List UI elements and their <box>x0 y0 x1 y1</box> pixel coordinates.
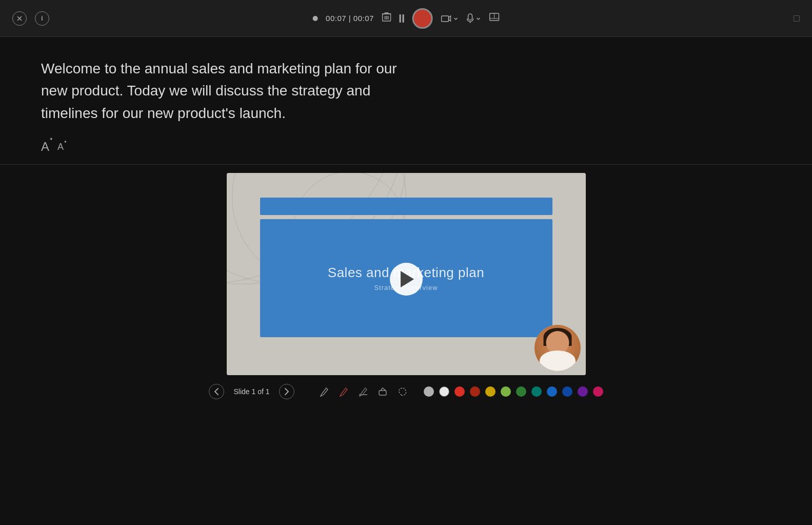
play-button[interactable] <box>390 263 423 296</box>
font-controls: A ✦ A ✦ <box>0 134 812 164</box>
record-button[interactable] <box>412 8 433 29</box>
close-button[interactable] <box>12 11 27 26</box>
lasso-tool-button[interactable] <box>395 384 409 399</box>
pen-tool-button[interactable] <box>317 384 331 399</box>
transcript-area: Welcome to the annual sales and marketin… <box>0 37 462 134</box>
slide-preview[interactable]: Sales and marketing plan Strategic overv… <box>227 173 586 375</box>
maximize-button[interactable] <box>794 15 800 22</box>
slide-label: Slide 1 of 1 <box>233 387 269 396</box>
top-bar: i 00:07 | 00:07 <box>0 0 812 37</box>
slide-pointer-arrow <box>396 322 417 336</box>
recording-indicator <box>312 16 318 21</box>
svg-rect-14 <box>379 391 386 395</box>
top-bar-center: 00:07 | 00:07 <box>312 8 500 29</box>
color-swatch-pink[interactable] <box>593 386 603 397</box>
color-swatch-teal[interactable] <box>531 386 542 397</box>
prev-slide-button[interactable] <box>209 384 224 399</box>
color-swatch-blue[interactable] <box>547 386 557 397</box>
decrease-font-button[interactable]: A ✦ <box>57 142 64 152</box>
color-swatch-green-light[interactable] <box>501 386 511 397</box>
color-swatch-purple[interactable] <box>578 386 588 397</box>
svg-rect-7 <box>442 16 449 22</box>
microphone-button[interactable] <box>467 13 481 24</box>
delete-button[interactable] <box>382 12 391 25</box>
slide-header-bar <box>260 198 552 215</box>
color-swatch-red-dark[interactable] <box>470 386 480 397</box>
color-swatch-gray-light[interactable] <box>424 386 434 397</box>
color-swatch-white[interactable] <box>439 386 449 397</box>
main-content: Welcome to the annual sales and marketin… <box>0 37 812 525</box>
svg-rect-8 <box>468 14 472 20</box>
camera-button[interactable] <box>441 14 459 23</box>
color-swatch-yellow[interactable] <box>485 386 496 397</box>
transcript-text: Welcome to the annual sales and marketin… <box>41 57 421 124</box>
presenter-avatar <box>534 325 581 371</box>
increase-font-button[interactable]: A ✦ <box>41 140 49 154</box>
top-bar-left: i <box>12 11 49 26</box>
layout-button[interactable] <box>489 13 500 24</box>
next-slide-button[interactable] <box>279 384 294 399</box>
color-swatch-green[interactable] <box>516 386 526 397</box>
pause-button[interactable] <box>400 14 404 23</box>
info-button[interactable]: i <box>35 11 49 26</box>
bottom-toolbar: Slide 1 of 1 <box>209 375 603 408</box>
pen-red-tool-button[interactable] <box>336 384 351 399</box>
eraser-tool-button[interactable] <box>375 384 390 399</box>
color-swatch-red[interactable] <box>454 386 465 397</box>
slide-container: Sales and marketing plan Strategic overv… <box>0 165 812 525</box>
play-icon <box>401 271 414 287</box>
top-bar-right <box>794 15 800 22</box>
timer-display: 00:07 | 00:07 <box>326 14 374 23</box>
color-swatch-blue-dark[interactable] <box>562 386 572 397</box>
pen-gray-tool-button[interactable] <box>356 384 370 399</box>
